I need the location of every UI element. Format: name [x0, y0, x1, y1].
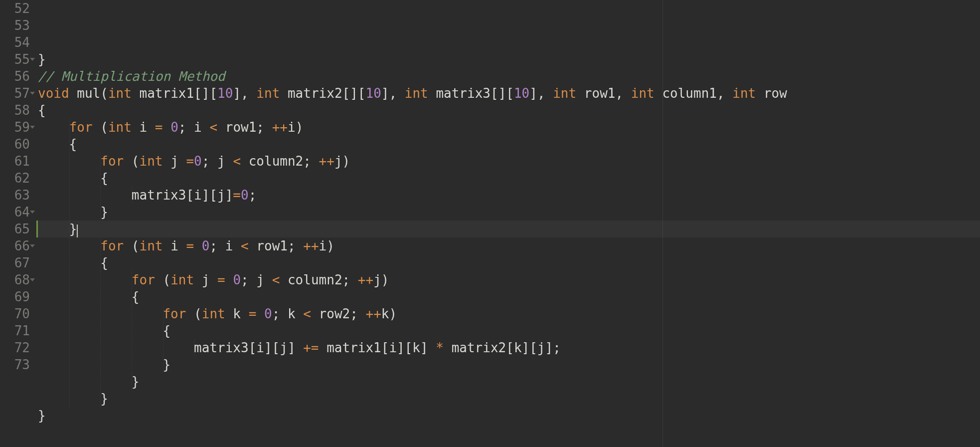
code-line[interactable]: {	[38, 254, 980, 271]
code-line[interactable]: matrix3[i][j]=0;	[38, 187, 980, 204]
fold-toggle-icon[interactable]	[30, 58, 35, 61]
code-line-content: {	[38, 289, 140, 304]
code-line[interactable]: void mul(int matrix1[][10], int matrix2[…	[38, 85, 980, 102]
code-line[interactable]: {	[38, 170, 980, 187]
code-line[interactable]: for (int j =0; j < column2; ++j)	[38, 153, 980, 170]
code-line-content: for (int j = 0; j < column2; ++j)	[38, 272, 389, 287]
fold-toggle-icon[interactable]	[30, 126, 35, 129]
line-number: 55	[4, 51, 30, 68]
code-line[interactable]: matrix3[i][j] += matrix1[i][k] * matrix2…	[38, 339, 980, 356]
code-editor[interactable]: 5253545556575859606162636465666768697071…	[0, 0, 980, 447]
fold-toggle-icon[interactable]	[30, 92, 35, 95]
code-line-content: // Multiplication Method	[38, 69, 225, 84]
code-line[interactable]: {	[38, 102, 980, 119]
line-number: 58	[4, 102, 30, 119]
diff-added-marker	[36, 221, 38, 237]
line-number: 64	[4, 204, 30, 221]
line-number: 52	[4, 0, 30, 17]
code-line-content: for (int i = 0; i < row1; ++i)	[38, 120, 303, 135]
code-line-content: }	[38, 374, 140, 389]
code-line[interactable]: for (int k = 0; k < row2; ++k)	[38, 305, 980, 322]
code-line[interactable]: }	[38, 51, 980, 68]
code-line[interactable]: }	[38, 221, 980, 237]
code-line[interactable]: for (int i = 0; i < row1; ++i)	[38, 119, 980, 136]
line-number: 61	[4, 153, 30, 170]
code-line-content: }	[38, 357, 170, 372]
code-line-content: matrix3[i][j]=0;	[38, 188, 256, 203]
line-number: 56	[4, 68, 30, 85]
line-number: 66	[4, 237, 30, 254]
line-number: 57	[4, 85, 30, 102]
code-line-content: }	[38, 52, 46, 67]
line-number: 67	[4, 254, 30, 271]
code-line-content: void mul(int matrix1[][10], int matrix2[…	[38, 86, 787, 101]
line-number: 53	[4, 17, 30, 34]
code-line[interactable]: {	[38, 288, 980, 305]
fold-toggle-icon[interactable]	[30, 211, 35, 214]
code-line-content: matrix3[i][j] += matrix1[i][k] * matrix2…	[38, 340, 561, 355]
line-number: 70	[4, 305, 30, 322]
code-line-content: }	[38, 408, 46, 423]
code-line-content: {	[38, 323, 170, 338]
code-line-content: {	[38, 103, 46, 118]
code-line-content: {	[38, 255, 108, 270]
line-number-gutter: 5253545556575859606162636465666768697071…	[0, 0, 36, 447]
code-line[interactable]: }	[38, 390, 980, 407]
fold-toggle-icon[interactable]	[30, 244, 35, 247]
code-line-content: for (int i = 0; i < row1; ++i)	[38, 238, 334, 253]
code-line-content: for (int j =0; j < column2; ++j)	[38, 154, 350, 169]
code-line-content: {	[38, 171, 108, 186]
code-line[interactable]: for (int i = 0; i < row1; ++i)	[38, 237, 980, 254]
code-line-content: }	[38, 391, 108, 406]
code-area[interactable]: }// Multiplication Methodvoid mul(int ma…	[36, 0, 980, 447]
code-line[interactable]: }	[38, 373, 980, 390]
line-number: 73	[4, 356, 30, 373]
line-number: 68	[4, 271, 30, 288]
line-number: 60	[4, 136, 30, 153]
line-number: 71	[4, 322, 30, 339]
line-number: 65	[4, 221, 30, 237]
text-cursor	[77, 224, 78, 237]
code-line[interactable]: // Multiplication Method	[38, 68, 980, 85]
code-line-content: }	[38, 205, 108, 220]
code-line[interactable]: }	[38, 356, 980, 373]
fold-toggle-icon[interactable]	[30, 278, 35, 281]
line-number: 69	[4, 288, 30, 305]
code-line[interactable]: for (int j = 0; j < column2; ++j)	[38, 271, 980, 288]
code-line[interactable]: }	[38, 407, 980, 424]
code-line[interactable]: }	[38, 204, 980, 221]
code-line[interactable]: {	[38, 322, 980, 339]
line-number: 54	[4, 34, 30, 51]
line-number: 72	[4, 339, 30, 356]
code-line-content: {	[38, 137, 77, 152]
line-number: 59	[4, 119, 30, 136]
code-line[interactable]: {	[38, 136, 980, 153]
line-number: 62	[4, 170, 30, 187]
code-line-content: }	[38, 222, 77, 236]
line-number: 63	[4, 187, 30, 204]
code-line-content: for (int k = 0; k < row2; ++k)	[38, 306, 397, 321]
